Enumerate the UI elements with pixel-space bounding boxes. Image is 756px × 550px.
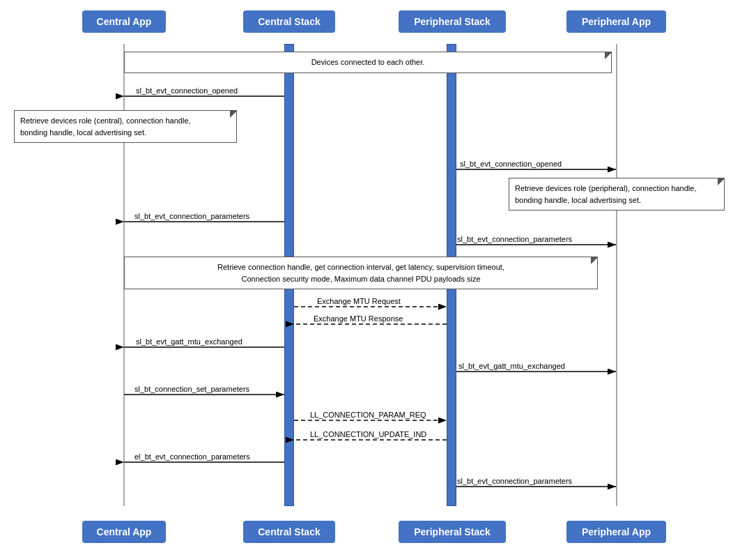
participant-central-stack-top: Central Stack	[243, 10, 335, 33]
label-connection-parameters-central: sl_bt_evt_connection_parameters	[134, 212, 249, 220]
participant-peripheral-stack-top: Peripheral Stack	[399, 10, 506, 33]
label-gatt-mtu-central: sl_bt_evt_gatt_mtu_exchanged	[136, 337, 242, 346]
participant-central-app-top: Central App	[82, 10, 166, 33]
label-exchange-mtu-request: Exchange MTU Request	[317, 297, 401, 305]
label-connection-parameters-peripheral: sl_bt_evt_connection_parameters	[457, 235, 572, 243]
label-connection-opened-central: sl_bt_evt_connection_opened	[136, 86, 238, 95]
label-sl-connection-parameters-bottom: sl_bt_evt_connection_parameters	[457, 477, 572, 485]
label-gatt-mtu-peripheral: sl_bt_evt_gatt_mtu_exchanged	[458, 362, 565, 370]
participant-peripheral-app-bottom: Peripheral App	[566, 521, 666, 543]
label-el-connection-parameters: el_bt_evt_connection_parameters	[134, 452, 250, 461]
lifeline-peripheral-app	[616, 44, 617, 506]
note-devices-connected: Devices connected to each other.	[124, 52, 612, 73]
participant-central-app-bottom: Central App	[82, 521, 166, 543]
label-ll-param-req: LL_CONNECTION_PARAM_REQ	[310, 411, 426, 419]
note-retrieve-central: Retrieve devices role (central), connect…	[14, 110, 237, 143]
label-connection-opened-peripheral: sl_bt_evt_connection_opened	[460, 160, 562, 168]
participant-central-stack-bottom: Central Stack	[243, 521, 335, 543]
note-retrieve-peripheral: Retrieve devices role (peripheral), conn…	[509, 178, 725, 211]
label-ll-update-ind: LL_CONNECTION_UPDATE_IND	[310, 430, 426, 438]
participant-peripheral-stack-bottom: Peripheral Stack	[399, 521, 506, 543]
label-exchange-mtu-response: Exchange MTU Response	[314, 314, 403, 323]
note-retrieve-connection: Retrieve connection handle, get connecti…	[124, 257, 598, 289]
participant-peripheral-app-top: Peripheral App	[566, 10, 666, 33]
label-connection-set-parameters: sl_bt_connection_set_parameters	[134, 385, 249, 393]
